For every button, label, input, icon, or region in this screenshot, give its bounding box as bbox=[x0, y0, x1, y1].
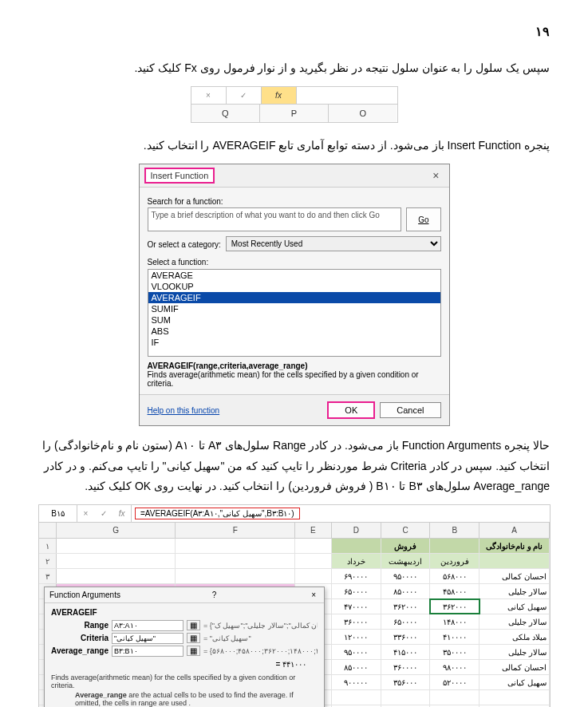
header-cell[interactable]: فروردین bbox=[430, 554, 479, 568]
arg-preview: = {"احسان کمالی";"سالار جلیلی";"سهیل ک..… bbox=[203, 622, 318, 630]
cell[interactable]: ۹۰۰۰۰۰ bbox=[332, 675, 381, 689]
fx-icon[interactable]: fx bbox=[119, 509, 125, 518]
function-item[interactable]: VLOOKUP bbox=[148, 281, 440, 292]
cell[interactable]: ۹۵۰۰۰۰ bbox=[332, 645, 381, 659]
cell[interactable]: ۹۵۰۰۰۰ bbox=[381, 569, 431, 583]
name-cell[interactable]: سالار جلیلی bbox=[479, 645, 550, 659]
cell[interactable]: ۳۵۰۰۰۰ bbox=[430, 645, 479, 659]
cell[interactable]: ۳۵۶۰۰۰ bbox=[381, 675, 431, 689]
col-header[interactable]: F bbox=[176, 523, 295, 538]
header-cell[interactable] bbox=[430, 539, 479, 553]
cell[interactable]: ۴۱۵۰۰۰ bbox=[381, 645, 431, 659]
col-header[interactable]: A bbox=[479, 523, 550, 538]
row-header[interactable]: ۱ bbox=[39, 539, 57, 553]
cell[interactable] bbox=[57, 569, 176, 583]
cell[interactable]: ۶۵۰۰۰۰ bbox=[332, 584, 381, 598]
function-item[interactable]: AVERAGE bbox=[148, 270, 440, 281]
name-cell[interactable]: سهیل کیانی bbox=[479, 599, 550, 614]
name-cell[interactable]: احسان کمالی bbox=[479, 569, 550, 583]
name-cell[interactable]: سالار جلیلی bbox=[479, 584, 550, 598]
col-header[interactable]: E bbox=[295, 523, 332, 538]
cell[interactable] bbox=[57, 554, 176, 568]
header-cell[interactable]: خرداد bbox=[332, 554, 381, 568]
cell[interactable]: ۴۱۰۰۰۰ bbox=[430, 630, 479, 644]
cell[interactable]: ۶۵۰۰۰۰ bbox=[381, 614, 431, 629]
ok-button[interactable]: OK bbox=[327, 401, 375, 419]
cell[interactable] bbox=[430, 690, 479, 705]
cell[interactable] bbox=[381, 690, 431, 705]
name-cell[interactable]: سالار جلیلی bbox=[479, 614, 550, 629]
equals-result: = ۴۴۱۰۰۰ bbox=[51, 660, 306, 669]
function-item[interactable]: ABS bbox=[148, 326, 440, 337]
function-item-selected[interactable]: AVERAGEIF bbox=[148, 292, 440, 303]
name-box[interactable]: B۱۵ bbox=[39, 505, 77, 522]
header-cell[interactable] bbox=[479, 554, 550, 568]
cell[interactable]: ۵۶۸۰۰۰ bbox=[430, 569, 479, 583]
function-item[interactable]: IF bbox=[148, 337, 440, 348]
arg-label: Range bbox=[51, 621, 109, 630]
header-cell[interactable] bbox=[332, 539, 381, 553]
header-cell[interactable]: اردیبهشت bbox=[381, 554, 431, 568]
arg-name: Average_range bbox=[75, 691, 127, 699]
close-icon[interactable]: × bbox=[308, 590, 319, 599]
cell[interactable]: ۹۸۰۰۰۰ bbox=[430, 660, 479, 674]
arg-input[interactable] bbox=[112, 633, 184, 644]
col-header[interactable]: B bbox=[430, 523, 479, 538]
range-picker-icon[interactable]: ▦ bbox=[187, 633, 200, 643]
cell[interactable] bbox=[295, 539, 332, 553]
col-header[interactable]: G bbox=[57, 523, 176, 538]
range-picker-icon[interactable]: ▦ bbox=[187, 620, 200, 630]
cell[interactable]: ۳۶۲۰۰۰ bbox=[381, 599, 431, 614]
help-link[interactable]: Help on this function bbox=[148, 406, 220, 415]
cell[interactable]: ۸۵۰۰۰۰ bbox=[381, 584, 431, 598]
name-cell[interactable]: سهیل کیانی bbox=[479, 675, 550, 689]
cell[interactable] bbox=[295, 569, 332, 583]
row-header[interactable]: ۲ bbox=[39, 554, 57, 568]
paragraph-2: پنجره Insert Function باز می‌شود. از دست… bbox=[38, 136, 550, 156]
cell[interactable] bbox=[332, 690, 381, 705]
go-button[interactable]: Go bbox=[406, 207, 440, 231]
cell[interactable] bbox=[295, 554, 332, 568]
formula-bar[interactable]: =AVERAGEIF(A۳:A۱۰,"سهیل کیانی",B۳:B۱۰) bbox=[132, 505, 550, 522]
header-cell[interactable]: فروش bbox=[381, 539, 431, 553]
cell[interactable]: ۳۶۰۰۰۰ bbox=[381, 660, 431, 674]
header-cell[interactable]: نام و نام‌خانوادگی bbox=[479, 539, 550, 553]
function-list[interactable]: AVERAGE VLOOKUP AVERAGEIF SUMIF SUM ABS … bbox=[148, 269, 441, 357]
col-header: O bbox=[329, 105, 397, 122]
row-header[interactable]: ۳ bbox=[39, 569, 57, 583]
arg-input[interactable] bbox=[112, 646, 184, 657]
cell[interactable]: ۶۹۰۰۰۰ bbox=[332, 569, 381, 583]
function-item[interactable]: SUMIF bbox=[148, 303, 440, 314]
range-picker-icon[interactable]: ▦ bbox=[187, 646, 200, 656]
cell[interactable] bbox=[176, 569, 295, 583]
cancel-icon[interactable]: × bbox=[84, 509, 89, 518]
col-header[interactable]: C bbox=[381, 523, 431, 538]
cancel-button[interactable]: Cancel bbox=[380, 402, 440, 418]
arg-input[interactable] bbox=[112, 620, 184, 631]
cell[interactable]: ۳۶۰۰۰۰ bbox=[332, 614, 381, 629]
col-header[interactable]: D bbox=[332, 523, 381, 538]
cell[interactable]: ۴۷۰۰۰۰ bbox=[332, 599, 381, 614]
name-cell[interactable]: احسان کمالی bbox=[479, 660, 550, 674]
search-input[interactable]: Type a brief description of what you wan… bbox=[148, 207, 402, 231]
function-item[interactable]: SUM bbox=[148, 314, 440, 326]
cell[interactable]: ۴۵۸۰۰۰ bbox=[430, 584, 479, 598]
help-icon[interactable]: ? bbox=[209, 590, 220, 599]
cell[interactable]: ۳۳۶۰۰۰ bbox=[381, 630, 431, 644]
cell[interactable]: ۵۲۰۰۰۰ bbox=[430, 675, 479, 689]
enter-icon[interactable]: ✓ bbox=[101, 509, 107, 518]
cell[interactable]: ۸۵۰۰۰۰ bbox=[332, 660, 381, 674]
fx-icon[interactable]: fx bbox=[262, 87, 297, 104]
cell[interactable]: ۳۶۲۰۰۰ bbox=[430, 599, 479, 614]
dialog-title: Function Arguments bbox=[49, 590, 120, 599]
cell[interactable] bbox=[57, 539, 176, 553]
name-cell[interactable]: میلاد ملکی bbox=[479, 630, 550, 644]
category-select[interactable]: Most Recently Used bbox=[226, 236, 441, 251]
cell[interactable] bbox=[176, 554, 295, 568]
cell[interactable]: ۱۴۸۰۰۰ bbox=[430, 614, 479, 629]
cell[interactable]: ۱۲۰۰۰۰ bbox=[332, 630, 381, 644]
paragraph-3: حالا پنجره Function Arguments باز می‌شود… bbox=[38, 436, 550, 496]
cell[interactable] bbox=[176, 539, 295, 553]
cell[interactable] bbox=[479, 690, 550, 705]
close-icon[interactable]: × bbox=[428, 169, 444, 182]
